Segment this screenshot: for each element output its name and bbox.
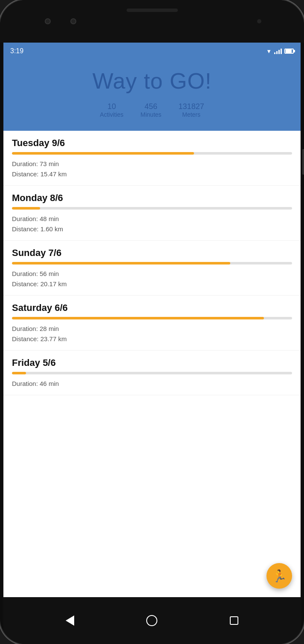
screen: 3:19 ▼ (3, 43, 301, 597)
progress-bar (12, 262, 292, 264)
activity-duration: Duration: 28 min (12, 324, 292, 334)
battery-icon (284, 49, 294, 54)
progress-bar (12, 372, 292, 374)
status-bar: 3:19 ▼ (3, 43, 301, 60)
sensor (257, 19, 261, 23)
app-title: Way to GO! (12, 68, 292, 94)
activity-duration: Duration: 48 min (12, 214, 292, 224)
phone-frame: 3:19 ▼ (0, 0, 304, 644)
activity-item[interactable]: Friday 5/6 Duration: 46 min (3, 351, 301, 395)
activity-item[interactable]: Monday 8/6 Duration: 48 min Distance: 1.… (3, 186, 301, 241)
activity-distance: Distance: 1.60 km (12, 224, 292, 234)
recents-icon (230, 616, 238, 625)
activity-duration: Duration: 73 min (12, 159, 292, 169)
runner-icon: 🏃 (272, 569, 287, 583)
activity-day: Tuesday 9/6 (12, 138, 292, 149)
stat-meters: 131827 Meters (179, 102, 204, 118)
activity-day: Sunday 7/6 (12, 247, 292, 259)
progress-bar (12, 207, 292, 210)
progress-bar (12, 317, 292, 319)
status-time: 3:19 (10, 47, 23, 55)
stat-activities-label: Activities (100, 111, 123, 118)
power-button (302, 149, 304, 175)
activity-duration: Duration: 56 min (12, 269, 292, 279)
stat-activities: 10 Activities (100, 102, 123, 118)
activity-day: Saturday 6/6 (12, 302, 292, 313)
activity-distance: Distance: 20.17 km (12, 279, 292, 289)
recents-button[interactable] (226, 612, 243, 629)
progress-bar (12, 152, 292, 155)
stats-row: 10 Activities 456 Minutes 131827 Meters (12, 102, 292, 118)
activity-item[interactable]: Sunday 7/6 Duration: 56 min Distance: 20… (3, 241, 301, 296)
camera-right (70, 18, 76, 24)
stat-minutes: 456 Minutes (141, 102, 162, 118)
back-button[interactable] (61, 612, 78, 629)
phone-top (0, 0, 304, 43)
progress-fill (12, 317, 264, 319)
signal-icon (274, 48, 282, 54)
status-icons: ▼ (266, 48, 294, 55)
activity-day: Friday 5/6 (12, 357, 292, 368)
speaker (127, 9, 178, 12)
activity-day: Monday 8/6 (12, 193, 292, 204)
stat-minutes-label: Minutes (141, 111, 162, 118)
battery-fill (286, 49, 292, 53)
activity-list: Tuesday 9/6 Duration: 73 min Distance: 1… (3, 131, 301, 597)
activity-duration: Duration: 46 min (12, 379, 292, 389)
screen-content: 3:19 ▼ (3, 43, 301, 597)
phone-bottom-nav (3, 597, 301, 644)
stat-meters-value: 131827 (179, 102, 204, 111)
progress-fill (12, 207, 40, 210)
header-banner: Way to GO! 10 Activities 456 Minutes 131… (3, 60, 301, 131)
progress-fill (12, 262, 230, 264)
wifi-icon: ▼ (266, 48, 272, 55)
stat-meters-label: Meters (182, 111, 200, 118)
stat-activities-value: 10 (107, 102, 116, 111)
home-button[interactable] (143, 612, 160, 629)
activity-distance: Distance: 15.47 km (12, 169, 292, 179)
progress-fill (12, 372, 26, 374)
back-icon (66, 615, 74, 626)
add-activity-button[interactable]: 🏃 (266, 563, 292, 589)
camera-left (45, 18, 51, 24)
stat-minutes-value: 456 (145, 102, 157, 111)
home-icon (146, 615, 157, 626)
activity-item[interactable]: Tuesday 9/6 Duration: 73 min Distance: 1… (3, 131, 301, 186)
activity-item[interactable]: Saturday 6/6 Duration: 28 min Distance: … (3, 296, 301, 351)
progress-fill (12, 152, 194, 155)
activity-distance: Distance: 23.77 km (12, 334, 292, 344)
